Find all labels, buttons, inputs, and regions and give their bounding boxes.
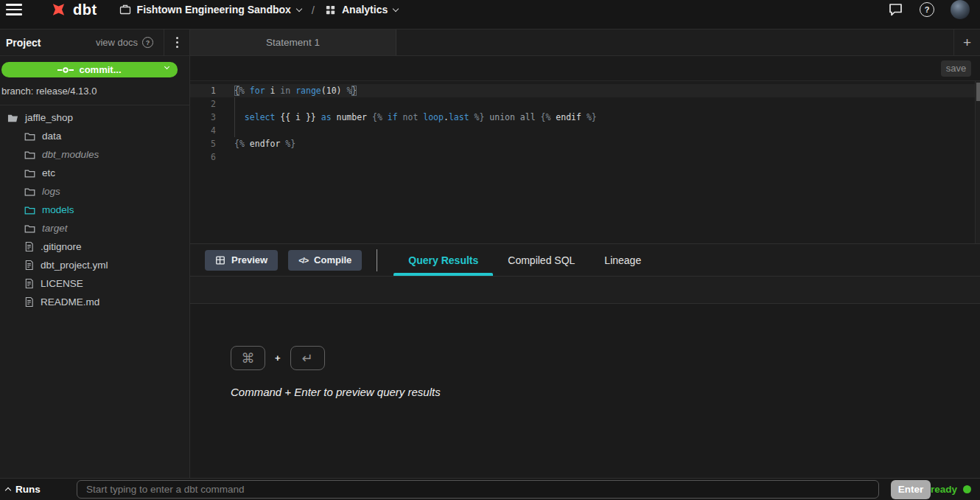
top-divider-strip — [0, 19, 980, 29]
code-editor[interactable]: 1{% for i in range(10) %}23 select {{ i … — [190, 81, 980, 243]
keyboard-shortcut: ⌘ + ↵ — [231, 346, 980, 370]
code-text: {% endfor %} — [216, 137, 295, 150]
compile-button[interactable]: </> Compile — [288, 250, 362, 271]
git-commit-icon — [57, 66, 74, 74]
grid-icon — [325, 4, 336, 15]
project-selector-label: Fishtown Engineering Sandbox — [137, 4, 291, 15]
divider — [377, 249, 377, 271]
tree-item-label: LICENSE — [41, 278, 83, 289]
tab-query-results[interactable]: Query Results — [393, 244, 493, 276]
editor-area: Statement 1 + save 1{% for i in range(10… — [190, 29, 980, 478]
results-empty-state: ⌘ + ↵ Command + Enter to preview query r… — [190, 304, 980, 478]
table-icon — [215, 255, 225, 265]
dbt-cloud-ide: dbt Fishtown Engineering Sandbox / Analy… — [0, 0, 980, 500]
help-icon[interactable]: ? — [920, 2, 934, 17]
tree-item-label: target — [42, 223, 68, 234]
tree-item--gitignore[interactable]: .gitignore — [0, 237, 189, 256]
tab-compiled-sql[interactable]: Compiled SQL — [493, 244, 589, 276]
code-line-2: 2 — [190, 97, 980, 111]
hamburger-menu-icon[interactable] — [6, 4, 22, 15]
folder-icon — [24, 223, 35, 234]
tree-item-label: jaffle_shop — [25, 112, 73, 123]
code-text: {% for i in range(10) %} — [216, 84, 357, 97]
tab-statement-1[interactable]: Statement 1 — [190, 29, 396, 55]
tree-item-label: .gitignore — [41, 241, 82, 252]
tree-item-label: etc — [42, 167, 55, 178]
tree-item-readme-md[interactable]: README.md — [0, 293, 189, 311]
file-icon — [24, 241, 34, 252]
tree-item-label: README.md — [41, 296, 99, 308]
tree-item-dbt-project-yml[interactable]: dbt_project.yml — [0, 256, 189, 274]
folder-icon — [24, 131, 35, 142]
tree-item-data[interactable]: data — [0, 127, 189, 145]
results-subheader — [190, 277, 980, 304]
editor-toolbar: save — [190, 56, 980, 81]
chat-icon[interactable] — [888, 2, 903, 17]
chevron-down-icon — [296, 5, 302, 11]
dbt-logo[interactable]: dbt — [49, 1, 97, 18]
plus-sign: + — [275, 353, 281, 364]
tree-item-label: dbt_modules — [42, 149, 99, 160]
user-avatar[interactable] — [951, 0, 970, 19]
tree-item-label: logs — [42, 186, 60, 197]
status-bar: Runs Enter ready — [0, 478, 980, 500]
folder-icon — [24, 168, 35, 178]
code-line-6: 6 — [190, 150, 980, 164]
folder-icon — [24, 187, 35, 197]
dbt-command-input[interactable] — [77, 480, 879, 499]
view-docs-link[interactable]: view docs ? — [96, 37, 164, 48]
status-text: ready — [931, 484, 957, 495]
line-number: 3 — [190, 111, 216, 124]
sidebar-header: Project view docs ? — [0, 29, 189, 56]
enter-key-icon: ↵ — [290, 346, 325, 370]
commit-button[interactable]: commit... — [1, 62, 178, 77]
help-circle-icon: ? — [142, 37, 153, 48]
line-number: 2 — [190, 97, 216, 111]
results-toolbar: Preview </> Compile Query Results Compil… — [190, 243, 980, 277]
sidebar-title: Project — [6, 37, 41, 49]
chevron-down-icon — [164, 64, 169, 69]
chevron-down-icon — [393, 5, 399, 11]
tree-item-logs[interactable]: logs — [0, 182, 189, 201]
tree-item-jaffle-shop[interactable]: jaffle_shop — [0, 108, 189, 127]
tree-item-target[interactable]: target — [0, 219, 189, 237]
code-line-5: 5{% endfor %} — [190, 137, 980, 150]
tree-item-label: dbt_project.yml — [41, 260, 108, 271]
tree-item-dbt-modules[interactable]: dbt_modules — [0, 145, 189, 164]
folder-open-icon — [7, 113, 18, 123]
new-tab-button[interactable]: + — [953, 29, 980, 55]
environment-selector[interactable]: Analytics — [325, 4, 398, 15]
briefcase-icon — [119, 4, 131, 15]
code-text — [216, 124, 234, 137]
code-line-4: 4 — [190, 124, 980, 137]
file-icon — [24, 278, 34, 289]
save-button[interactable]: save — [941, 60, 971, 77]
file-icon — [24, 296, 34, 308]
code-text: select {{ i }} as number {% if not loop.… — [216, 111, 597, 124]
tab-lineage[interactable]: Lineage — [589, 244, 656, 276]
top-bar: dbt Fishtown Engineering Sandbox / Analy… — [0, 0, 980, 19]
project-selector[interactable]: Fishtown Engineering Sandbox — [119, 4, 301, 15]
kebab-menu-icon[interactable] — [164, 37, 189, 48]
breadcrumb-separator: / — [312, 4, 315, 16]
code-text — [216, 97, 234, 111]
code-line-1: 1{% for i in range(10) %} — [190, 84, 980, 97]
enter-button[interactable]: Enter — [891, 480, 931, 499]
results-tabs: Query Results Compiled SQL Lineage — [393, 244, 656, 276]
runs-toggle[interactable]: Runs — [6, 484, 77, 495]
tree-item-license[interactable]: LICENSE — [0, 274, 189, 293]
scrollbar-thumb[interactable] — [976, 83, 980, 101]
environment-selector-label: Analytics — [342, 4, 388, 15]
editor-scrollbar[interactable] — [975, 81, 980, 243]
preview-button[interactable]: Preview — [205, 250, 278, 271]
code-lines: 1{% for i in range(10) %}23 select {{ i … — [190, 84, 980, 164]
chevron-up-icon — [5, 487, 11, 493]
folder-icon — [24, 150, 35, 160]
tree-item-models[interactable]: models — [0, 201, 189, 219]
command-key-icon: ⌘ — [231, 346, 265, 370]
file-icon — [24, 260, 34, 271]
tree-item-label: data — [42, 131, 61, 142]
code-text — [216, 150, 234, 164]
line-number: 1 — [190, 84, 216, 97]
tree-item-etc[interactable]: etc — [0, 164, 189, 182]
